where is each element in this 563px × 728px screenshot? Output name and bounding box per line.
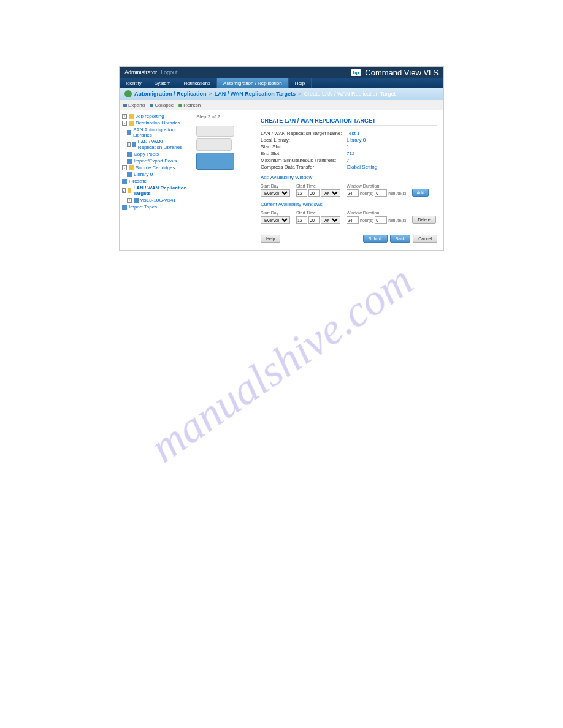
- sidebar-item-library0[interactable]: Library 0: [121, 171, 188, 178]
- sidebar-item-san-libraries[interactable]: SAN Automigration Libraries: [121, 126, 188, 138]
- add-button[interactable]: Add: [412, 189, 428, 197]
- product-name: Command View VLS: [365, 68, 439, 77]
- safe-icon: [122, 179, 127, 184]
- ampm-select[interactable]: AM: [321, 189, 340, 197]
- host-icon: [134, 198, 139, 203]
- library-icon: [127, 130, 131, 135]
- help-button[interactable]: Help: [261, 235, 280, 243]
- duration-hours-input[interactable]: [347, 189, 359, 197]
- top-bar: Administrator Logout hp Command View VLS: [120, 67, 443, 78]
- tree-toggle[interactable]: +: [127, 198, 132, 203]
- panel-title: CREATE LAN / WAN REPLICATION TARGET: [261, 118, 437, 126]
- tab-notifications[interactable]: Notifications: [177, 78, 217, 88]
- minute-input[interactable]: [308, 189, 320, 197]
- sidebar-item-import-export[interactable]: Import/Export Pools: [121, 157, 188, 164]
- tab-automigration[interactable]: Automigration / Replication: [217, 78, 289, 88]
- current-duration-minutes-input[interactable]: [375, 216, 387, 224]
- current-hour-input[interactable]: [296, 216, 307, 224]
- sidebar-item-copy-pools[interactable]: Copy Pools: [121, 151, 188, 157]
- sidebar-item-source-cartridges[interactable]: -Source Cartridges: [121, 164, 188, 171]
- app-window: Administrator Logout hp Command View VLS…: [119, 66, 444, 251]
- tab-identity[interactable]: Identity: [120, 78, 148, 88]
- refresh-button[interactable]: Refresh: [178, 102, 201, 108]
- device-storage: [196, 153, 234, 170]
- duration-label: Window Duration: [347, 211, 406, 215]
- duration-label: Window Duration: [347, 184, 406, 188]
- sidebar-item-firesafe[interactable]: Firesafe: [121, 178, 188, 184]
- pool-icon: [127, 159, 132, 164]
- library-icon: [127, 172, 132, 177]
- info-value: 7: [347, 157, 349, 163]
- current-window-row: Start Day Everyday Start Time AM Window …: [261, 211, 437, 224]
- duration-minutes-input[interactable]: [375, 189, 387, 197]
- current-ampm-select[interactable]: AM: [321, 216, 340, 224]
- current-start-day-select[interactable]: Everyday: [261, 216, 290, 224]
- info-value: Library 0: [347, 137, 366, 143]
- folder-icon: [129, 114, 134, 119]
- tree-toggle[interactable]: -: [122, 188, 126, 193]
- info-label: End Slot:: [261, 151, 347, 156]
- user-label: Administrator: [124, 69, 157, 75]
- folder-icon: [129, 121, 134, 126]
- start-day-select[interactable]: Everyday: [261, 189, 290, 197]
- cancel-button[interactable]: Cancel: [413, 235, 437, 243]
- tape-icon: [122, 205, 127, 210]
- main-content: +Job reporting -Destination Libraries SA…: [120, 110, 443, 250]
- sidebar-item-job-reporting[interactable]: +Job reporting: [121, 113, 188, 119]
- nav-tabs: Identity System Notifications Automigrat…: [120, 78, 443, 88]
- breadcrumb: Automigration / Replication > LAN / WAN …: [120, 88, 443, 100]
- info-value: 712: [347, 151, 354, 156]
- sidebar-item-dest-libraries[interactable]: -Destination Libraries: [121, 119, 188, 126]
- current-window-header: Current Availability Windows: [261, 202, 437, 208]
- info-label: Start Slot:: [261, 144, 347, 150]
- hours-unit: hour(s): [360, 191, 373, 195]
- info-value: 1: [347, 144, 349, 150]
- minus-icon: [150, 104, 153, 107]
- add-window-header: Add Availability Window: [261, 175, 437, 181]
- breadcrumb-1[interactable]: Automigration / Replication: [134, 91, 207, 97]
- tree-toggle[interactable]: +: [122, 114, 127, 119]
- tree-toggle[interactable]: +: [127, 142, 131, 147]
- minutes-unit: minute(s): [388, 191, 406, 195]
- info-label: LAN / WAN Replication Target Name:: [261, 131, 347, 136]
- form-panel: CREATE LAN / WAN REPLICATION TARGET LAN …: [261, 114, 437, 246]
- hour-input[interactable]: [296, 189, 307, 197]
- collapse-button[interactable]: Collapse: [150, 102, 174, 108]
- folder-icon: [129, 165, 134, 170]
- pool-icon: [127, 152, 132, 157]
- tree-toggle[interactable]: -: [122, 165, 127, 170]
- info-label: Maximum Simultaneous Transfers:: [261, 157, 347, 163]
- breadcrumb-2[interactable]: LAN / WAN Replication Targets: [215, 91, 296, 97]
- delete-button[interactable]: Delete: [412, 216, 435, 224]
- back-button[interactable]: Back: [390, 235, 411, 243]
- hours-unit: hour(s): [360, 218, 373, 222]
- sidebar-item-replication-targets[interactable]: -LAN / WAN Replication Targets: [121, 184, 188, 197]
- tab-help[interactable]: Help: [289, 78, 312, 88]
- breadcrumb-current: Create LAN / WAN Replication Target: [304, 91, 396, 97]
- device-illustration: [196, 126, 242, 172]
- info-value: Global Setting: [347, 164, 377, 170]
- sidebar-item-import-tapes[interactable]: Import Tapes: [121, 203, 188, 210]
- step-label: Step 2 of 2: [196, 114, 220, 119]
- tree-toolbar: Expand Collapse Refresh: [120, 100, 443, 110]
- logout-link[interactable]: Logout: [161, 69, 178, 75]
- button-bar: Help Submit Back Cancel: [261, 231, 437, 243]
- refresh-icon: [178, 104, 182, 107]
- tab-system[interactable]: System: [148, 78, 178, 88]
- info-label: Local Library:: [261, 137, 347, 143]
- sidebar: +Job reporting -Destination Libraries SA…: [120, 110, 190, 250]
- expand-button[interactable]: Expand: [123, 102, 145, 108]
- start-day-label: Start Day: [261, 211, 290, 215]
- device-top: [196, 126, 234, 137]
- submit-button[interactable]: Submit: [363, 235, 388, 243]
- sidebar-item-lanwan-libraries[interactable]: +LAN / WAN Replication Libraries: [121, 138, 188, 151]
- start-day-label: Start Day: [261, 184, 290, 188]
- current-minute-input[interactable]: [308, 216, 320, 224]
- sidebar-item-vls18[interactable]: +vls18-10G-vls41: [121, 197, 188, 203]
- minutes-unit: minute(s): [388, 218, 406, 222]
- plus-icon: [123, 104, 127, 107]
- tree-toggle[interactable]: -: [122, 121, 127, 126]
- current-duration-hours-input[interactable]: [347, 216, 359, 224]
- content-area: Step 2 of 2 CREATE LAN / WAN REPLICATION…: [190, 110, 443, 250]
- device-mid: [196, 138, 232, 151]
